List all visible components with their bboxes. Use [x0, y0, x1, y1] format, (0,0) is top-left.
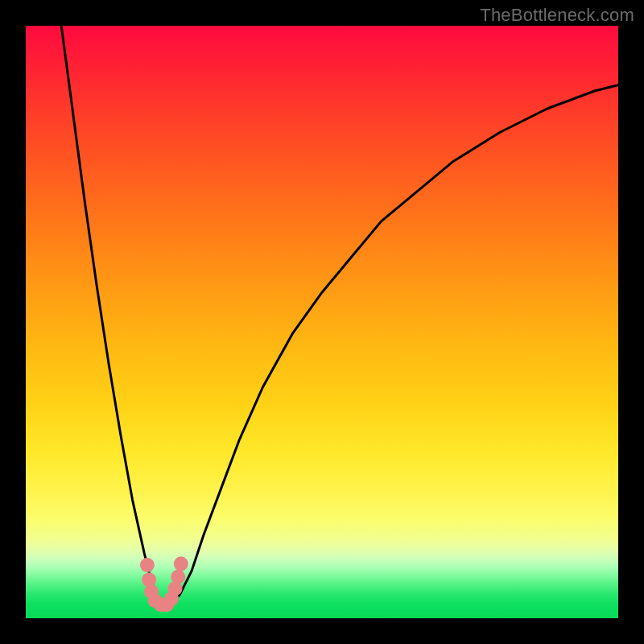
curve-layer — [26, 26, 618, 618]
bottleneck-curve-path — [61, 26, 618, 606]
bottleneck-curve — [61, 26, 618, 606]
trough-markers — [140, 556, 188, 612]
trough-marker — [171, 570, 185, 584]
attribution-text: TheBottleneck.com — [480, 5, 634, 26]
trough-marker — [174, 556, 188, 571]
trough-marker — [140, 558, 155, 572]
chart-frame: TheBottleneck.com — [0, 0, 644, 644]
plot-area — [26, 26, 618, 618]
